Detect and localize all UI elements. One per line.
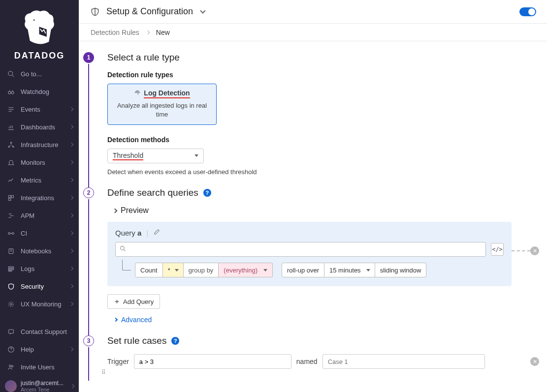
- svg-point-17: [8, 302, 13, 306]
- chevron-right-icon: [69, 178, 73, 182]
- groupby-select[interactable]: (everything): [219, 263, 273, 277]
- edit-icon[interactable]: [153, 229, 160, 237]
- sidebar-item-infrastructure[interactable]: Infrastructure: [0, 136, 79, 153]
- step-number-3: 3: [83, 335, 94, 346]
- chevron-right-icon: [69, 302, 73, 306]
- rollup-label: roll-up over: [282, 263, 324, 277]
- drag-handle-icon[interactable]: ⠿: [101, 369, 106, 376]
- step-2-title: Define search queries ?: [107, 187, 539, 198]
- svg-point-22: [121, 246, 125, 250]
- query-label: Query a: [115, 229, 141, 237]
- help-icon[interactable]: ?: [203, 189, 211, 197]
- ci-icon: [6, 228, 16, 238]
- chevron-right-icon: [69, 284, 73, 288]
- detection-method-select[interactable]: Threshold: [107, 149, 204, 163]
- advanced-toggle[interactable]: Advanced: [107, 316, 539, 324]
- brand-name: DATADOG: [0, 51, 79, 61]
- svg-rect-8: [11, 195, 13, 197]
- sidebar-item-security[interactable]: Security: [0, 277, 79, 295]
- breadcrumb-link[interactable]: Detection Rules: [91, 29, 139, 36]
- detection-methods-label: Detection methods: [107, 136, 539, 144]
- code-toggle-button[interactable]: </>: [491, 243, 504, 256]
- sidebar-user[interactable]: justin@arcemt... Arcem Tene: [0, 376, 79, 392]
- query-search-input[interactable]: [115, 242, 486, 257]
- svg-point-3: [11, 91, 14, 93]
- close-icon[interactable]: ✕: [530, 357, 539, 366]
- chevron-right-icon: [69, 231, 73, 235]
- svg-point-16: [10, 303, 12, 305]
- shield-icon: [90, 6, 100, 17]
- bell-icon: [6, 157, 16, 167]
- logo[interactable]: DATADOG: [0, 0, 79, 65]
- chevron-right-icon: [114, 318, 118, 322]
- apm-icon: [6, 211, 16, 220]
- rule-type-card-log-detection[interactable]: Log Detection Analyze all ingested logs …: [107, 84, 217, 125]
- step-number-2: 2: [83, 187, 94, 198]
- preview-toggle[interactable]: Preview: [107, 206, 539, 215]
- chevron-right-icon: [69, 160, 73, 164]
- svg-rect-13: [8, 267, 13, 268]
- help-icon: [6, 344, 16, 354]
- svg-rect-7: [8, 195, 10, 197]
- sidebar-search[interactable]: Go to...: [0, 65, 79, 83]
- sidebar-item-events[interactable]: Events: [0, 100, 79, 118]
- chevron-right-icon: [69, 249, 73, 253]
- sidebar-invite-users[interactable]: Invite Users: [0, 358, 79, 376]
- puzzle-icon: [6, 193, 16, 203]
- rollup-time-select[interactable]: 15 minutes: [324, 263, 375, 277]
- svg-rect-9: [8, 198, 10, 200]
- shield-icon: [6, 281, 16, 291]
- trigger-input[interactable]: [134, 354, 291, 369]
- avatar: [5, 380, 17, 392]
- sidebar-item-ux-monitoring[interactable]: UX Monitoring: [0, 295, 79, 313]
- chevron-right-icon: [69, 347, 73, 351]
- case-name-input[interactable]: [322, 354, 485, 369]
- list-icon: [6, 104, 16, 114]
- topbar: Setup & Configuration: [79, 0, 547, 24]
- search-icon: [120, 245, 126, 253]
- sidebar-help[interactable]: Help: [0, 340, 79, 358]
- chart-icon: [6, 122, 16, 132]
- query-panel: Query a | </>: [107, 222, 512, 286]
- enable-toggle[interactable]: [519, 7, 536, 16]
- help-icon[interactable]: ?: [171, 337, 179, 345]
- svg-point-2: [8, 91, 10, 93]
- rule-type-desc: Analyze all ingested logs in real time: [115, 101, 209, 119]
- search-icon: [6, 69, 16, 79]
- chevron-right-icon: [146, 30, 150, 34]
- sidebar-item-apm[interactable]: APM: [0, 207, 79, 224]
- logs-icon: [6, 264, 16, 273]
- sidebar-item-notebooks[interactable]: Notebooks: [0, 242, 79, 260]
- svg-rect-14: [8, 268, 13, 270]
- named-label: named: [296, 358, 318, 365]
- sidebar-item-watchdog[interactable]: Watchdog: [0, 83, 79, 100]
- detection-types-label: Detection rule types: [107, 71, 539, 79]
- count-chip[interactable]: Count: [135, 263, 163, 277]
- count-of-select[interactable]: *: [163, 263, 184, 277]
- sidebar-item-monitors[interactable]: Monitors: [0, 153, 79, 171]
- chevron-right-icon: [69, 213, 73, 217]
- rule-type-title: Log Detection: [144, 89, 190, 98]
- add-query-button[interactable]: ＋ Add Query: [107, 294, 160, 309]
- binoculars-icon: [6, 87, 16, 96]
- sidebar-item-ci[interactable]: CI: [0, 224, 79, 242]
- sidebar-item-metrics[interactable]: Metrics: [0, 171, 79, 189]
- svg-point-11: [12, 232, 14, 234]
- chevron-right-icon: [113, 208, 118, 213]
- close-icon[interactable]: ✕: [530, 246, 539, 255]
- chevron-right-icon: [69, 125, 73, 129]
- breadcrumb-current: New: [156, 29, 170, 36]
- chevron-right-icon: [69, 196, 73, 200]
- sidebar-item-integrations[interactable]: Integrations: [0, 189, 79, 207]
- breadcrumb: Detection Rules New: [79, 24, 547, 41]
- sidebar-contact-support[interactable]: Contact Support: [0, 323, 79, 340]
- svg-rect-18: [8, 330, 13, 333]
- sidebar-item-logs[interactable]: Logs: [0, 260, 79, 277]
- svg-point-4: [10, 142, 12, 143]
- chevron-right-icon: [70, 384, 74, 388]
- notebook-icon: [6, 246, 16, 256]
- sidebar-item-dashboards[interactable]: Dashboards: [0, 118, 79, 136]
- dropdown-toggle[interactable]: [199, 11, 205, 13]
- svg-point-1: [8, 71, 12, 75]
- chevron-right-icon: [69, 107, 73, 111]
